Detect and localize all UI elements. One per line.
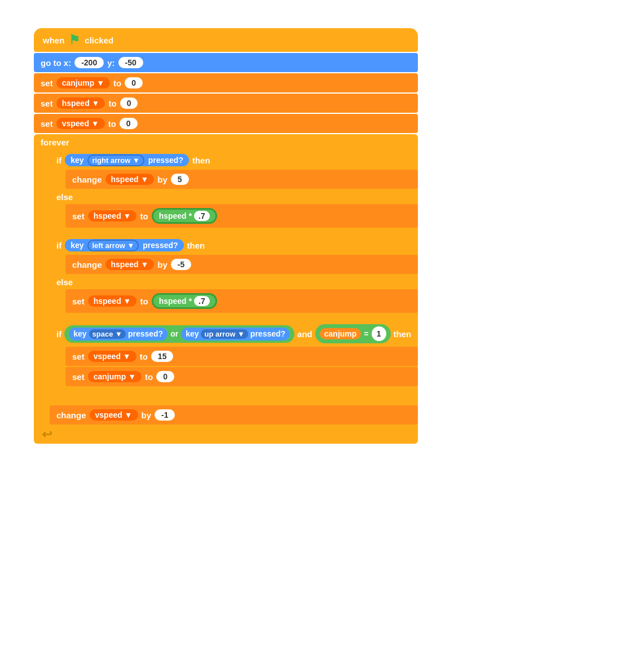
set-hspeed1-var[interactable]: hspeed ▼	[88, 210, 137, 222]
block-stack: when ⚑ clicked go to x: -200 y: -50 set …	[34, 28, 418, 445]
mul1: *	[189, 211, 192, 220]
change2-val[interactable]: -5	[171, 259, 191, 270]
flag-icon: ⚑	[69, 33, 80, 47]
if1-keyval[interactable]: right arrow ▼	[87, 154, 144, 166]
if2-key-condition[interactable]: key left arrow ▼ pressed?	[65, 239, 183, 251]
if3-canjump-condition[interactable]: canjump = 1	[315, 324, 391, 343]
set2-var[interactable]: hspeed ▼	[56, 98, 105, 109]
set2-to: to	[108, 99, 116, 108]
if3-eqval[interactable]: 1	[372, 326, 386, 341]
if3-keypressed2[interactable]: key up arrow ▼ pressed?	[181, 328, 290, 341]
set-hspeed-expr2[interactable]: set hspeed ▼ to hspeed * .7	[65, 289, 418, 313]
if1-key-condition[interactable]: key right arrow ▼ pressed?	[65, 154, 189, 166]
change-vspeed-val[interactable]: -1	[155, 409, 175, 421]
set-canjump-0[interactable]: set canjump ▼ to 0	[65, 367, 418, 386]
if3-body: set vspeed ▼ to 15 set canjump ▼ to 0	[65, 347, 418, 386]
change-vspeed-var[interactable]: vspeed ▼	[90, 409, 138, 421]
set2-val[interactable]: 0	[120, 98, 138, 109]
else1-label: else	[50, 190, 418, 204]
change-vspeed-neg1[interactable]: change vspeed ▼ by -1	[50, 405, 418, 425]
else2-label: else	[50, 275, 418, 289]
set3-set: set	[41, 119, 53, 129]
hspeed2-val[interactable]: .7	[194, 296, 210, 306]
if2-header: if key left arrow ▼ pressed? then	[50, 236, 418, 255]
scratch-workspace: when ⚑ clicked go to x: -200 y: -50 set …	[11, 11, 609, 660]
set-hspeed2-var[interactable]: hspeed ▼	[88, 295, 137, 307]
hspeed-expr2[interactable]: hspeed * .7	[152, 293, 217, 309]
if2-if: if	[56, 241, 61, 250]
control-block-if3[interactable]: if key space ▼ pressed? or	[50, 321, 418, 404]
if2-body: change hspeed ▼ by -5	[65, 255, 418, 274]
set-vspeed-15[interactable]: set vspeed ▼ to 15	[65, 347, 418, 366]
change1-var[interactable]: hspeed ▼	[105, 174, 155, 185]
variable-block-set-hspeed1[interactable]: set hspeed ▼ to 0	[34, 94, 418, 113]
set-vspeed-var[interactable]: vspeed ▼	[88, 351, 136, 362]
control-block-forever[interactable]: forever if key right arrow ▼ pressed? th…	[34, 134, 418, 444]
if3-header: if key space ▼ pressed? or	[50, 321, 418, 347]
forever-symbol: ↩	[42, 427, 52, 442]
forever-body: if key right arrow ▼ pressed? then chang…	[50, 151, 418, 426]
if3-condition[interactable]: key space ▼ pressed? or key up arrow ▼ p…	[64, 325, 294, 343]
control-block-if1[interactable]: if key right arrow ▼ pressed? then chang…	[50, 151, 418, 235]
set-vspeed-val[interactable]: 15	[151, 351, 174, 362]
variable-block-set-vspeed1[interactable]: set vspeed ▼ to 0	[34, 114, 418, 133]
if2-then: then	[187, 241, 205, 250]
set-hspeed-expr1[interactable]: set hspeed ▼ to hspeed * .7	[65, 204, 418, 228]
if3-keyval1[interactable]: space ▼	[89, 329, 126, 339]
set1-val[interactable]: 0	[125, 77, 143, 89]
forever-cap: ↩	[34, 426, 418, 444]
set3-var[interactable]: vspeed ▼	[56, 118, 105, 129]
hspeed1-val[interactable]: .7	[194, 211, 210, 221]
if2-keyval[interactable]: left arrow ▼	[87, 240, 139, 251]
if1-cap	[50, 229, 418, 235]
set3-val[interactable]: 0	[120, 118, 138, 129]
else2-body: set hspeed ▼ to hspeed * .7	[65, 289, 418, 313]
forever-label: forever	[34, 134, 418, 151]
set-canjump-var[interactable]: canjump ▼	[88, 371, 142, 382]
when-label: when	[43, 36, 64, 45]
goto-y-value[interactable]: -50	[118, 57, 143, 68]
if1-if: if	[56, 156, 61, 165]
set-canjump-val[interactable]: 0	[156, 371, 174, 382]
goto-y-label: y:	[107, 58, 114, 68]
if3-keyval2[interactable]: up arrow ▼	[201, 329, 248, 339]
if3-cap	[50, 387, 418, 404]
mul2: *	[189, 297, 192, 306]
motion-block-goto[interactable]: go to x: -200 y: -50	[34, 53, 418, 72]
change2-var[interactable]: hspeed ▼	[105, 259, 155, 270]
if2-cap	[50, 314, 418, 320]
if1-header: if key right arrow ▼ pressed? then	[50, 151, 418, 170]
hspeed1-green-label: hspeed	[159, 211, 187, 220]
else1-body: set hspeed ▼ to hspeed * .7	[65, 204, 418, 228]
set1-to: to	[113, 78, 121, 88]
goto-x-value[interactable]: -200	[74, 57, 104, 68]
control-block-if2[interactable]: if key left arrow ▼ pressed? then change…	[50, 236, 418, 320]
if3-canjump-var[interactable]: canjump	[320, 328, 362, 339]
variable-block-set-canjump[interactable]: set canjump ▼ to 0	[34, 73, 418, 92]
hspeed2-green-label: hspeed	[159, 297, 187, 306]
if3-keypressed1[interactable]: key space ▼ pressed?	[69, 328, 167, 341]
if1-body: change hspeed ▼ by 5	[65, 170, 418, 189]
event-block-when-clicked[interactable]: when ⚑ clicked	[34, 28, 418, 52]
set3-to: to	[108, 119, 116, 129]
change1-val[interactable]: 5	[171, 174, 189, 185]
set1-var[interactable]: canjump ▼	[56, 77, 110, 89]
goto-label: go to x:	[41, 58, 71, 68]
hspeed-expr1[interactable]: hspeed * .7	[152, 208, 217, 224]
if3-if: if	[56, 329, 61, 339]
clicked-label: clicked	[85, 36, 113, 45]
change-hspeed-5[interactable]: change hspeed ▼ by 5	[65, 170, 418, 189]
set2-set: set	[41, 99, 53, 108]
if1-then: then	[192, 156, 210, 165]
change-hspeed-neg5[interactable]: change hspeed ▼ by -5	[65, 255, 418, 274]
set1-set: set	[41, 78, 53, 88]
